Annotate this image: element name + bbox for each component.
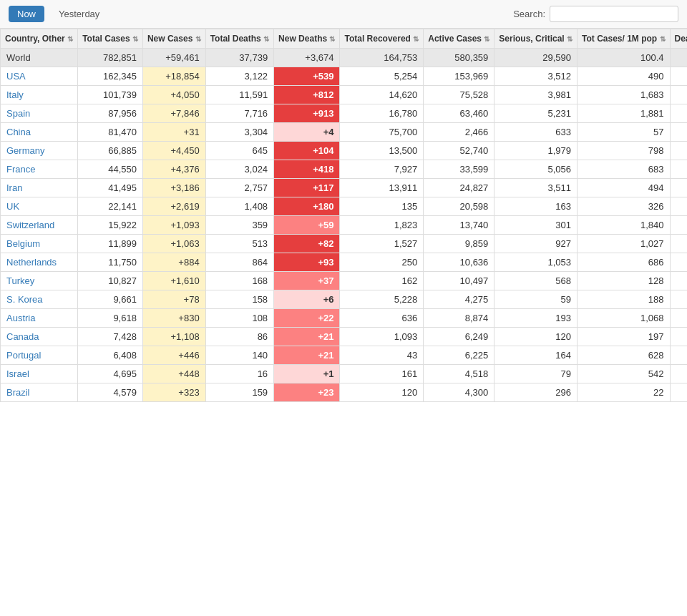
- total-cases-cell: 44,550: [78, 160, 143, 179]
- tot-cases-1m-cell: 628: [578, 346, 670, 365]
- country-link[interactable]: Italy: [6, 89, 24, 100]
- new-cases-cell: +1,093: [142, 216, 205, 235]
- country-cell: S. Korea: [1, 290, 78, 309]
- table-row: USA 162,345 +18,854 3,122 +539 5,254 153…: [1, 67, 688, 86]
- total-recovered-cell: 13,500: [340, 142, 424, 160]
- country-link[interactable]: Austria: [6, 313, 35, 323]
- header-active-cases[interactable]: Active Cases ⇅: [424, 29, 494, 49]
- total-deaths-cell: 11,591: [205, 86, 273, 104]
- new-cases-cell: +7,846: [142, 104, 205, 123]
- total-recovered-cell: 16,780: [340, 104, 424, 123]
- total-recovered-cell: 162: [340, 272, 424, 290]
- country-link[interactable]: Iran: [6, 182, 22, 193]
- country-cell: Spain: [1, 104, 78, 123]
- deaths-1m-cell: 9: [670, 67, 687, 86]
- total-deaths-cell: 140: [205, 346, 273, 365]
- total-recovered-cell: 13,911: [340, 179, 424, 197]
- new-deaths-cell: +37: [274, 272, 340, 290]
- total-recovered-cell: 1,093: [340, 328, 424, 346]
- now-button[interactable]: Now: [9, 6, 44, 22]
- country-cell: Portugal: [1, 346, 78, 365]
- country-link[interactable]: France: [6, 164, 35, 175]
- covid-table: Country, Other ⇅ Total Cases ⇅ New Cases…: [0, 29, 687, 402]
- tot-cases-1m-cell: 1,840: [578, 216, 670, 235]
- country-cell: France: [1, 160, 78, 179]
- header-serious-critical[interactable]: Serious, Critical ⇅: [494, 29, 578, 49]
- country-link[interactable]: Belgium: [6, 238, 40, 249]
- country-link[interactable]: Portugal: [6, 350, 41, 361]
- deaths-1m-cell: 8: [670, 142, 687, 160]
- header-total-recovered[interactable]: Total Recovered ⇅: [340, 29, 424, 49]
- total-recovered-cell: 5,228: [340, 290, 424, 309]
- tot-cases-1m-cell: 798: [578, 142, 670, 160]
- country-link[interactable]: Brazil: [6, 387, 30, 398]
- total-deaths-cell: 1,408: [205, 197, 273, 216]
- total-deaths-cell: 3,304: [205, 123, 273, 142]
- header-total-cases[interactable]: Total Cases ⇅: [78, 29, 143, 49]
- header-new-deaths[interactable]: New Deaths ⇅: [274, 29, 340, 49]
- country-link[interactable]: China: [6, 127, 31, 137]
- country-link[interactable]: Israel: [6, 368, 29, 379]
- country-cell: Brazil: [1, 383, 78, 402]
- header-country[interactable]: Country, Other ⇅: [1, 29, 78, 49]
- search-label: Search:: [513, 9, 545, 19]
- country-cell: Israel: [1, 365, 78, 383]
- table-row: UK 22,141 +2,619 1,408 +180 135 20,598 1…: [1, 197, 688, 216]
- active-cases-cell: 63,460: [424, 104, 494, 123]
- world-new-cases: +59,461: [142, 49, 205, 67]
- country-link[interactable]: Switzerland: [6, 220, 54, 230]
- country-link[interactable]: Canada: [6, 331, 39, 342]
- active-cases-cell: 33,599: [424, 160, 494, 179]
- table-row: Netherlands 11,750 +884 864 +93 250 10,6…: [1, 253, 688, 272]
- country-link[interactable]: Turkey: [6, 275, 34, 286]
- deaths-1m-cell: 21: [670, 197, 687, 216]
- total-deaths-cell: 168: [205, 272, 273, 290]
- new-deaths-cell: +93: [274, 253, 340, 272]
- deaths-1m-cell: 3: [670, 290, 687, 309]
- world-serious-critical: 29,590: [494, 49, 578, 67]
- country-link[interactable]: Netherlands: [6, 257, 57, 268]
- country-cell: Netherlands: [1, 253, 78, 272]
- serious-critical-cell: 3,511: [494, 179, 578, 197]
- header-new-cases[interactable]: New Cases ⇅: [142, 29, 205, 49]
- yesterday-button[interactable]: Yesterday: [50, 6, 108, 22]
- new-deaths-cell: +1: [274, 365, 340, 383]
- total-deaths-cell: 7,716: [205, 104, 273, 123]
- country-link[interactable]: USA: [6, 71, 26, 82]
- total-recovered-cell: 14,620: [340, 86, 424, 104]
- total-deaths-cell: 864: [205, 253, 273, 272]
- search-input[interactable]: [550, 6, 678, 22]
- country-link[interactable]: S. Korea: [6, 294, 43, 305]
- active-cases-cell: 20,598: [424, 197, 494, 216]
- deaths-1m-cell: 41: [670, 216, 687, 235]
- country-link[interactable]: Germany: [6, 145, 44, 156]
- world-active-cases: 580,359: [424, 49, 494, 67]
- table-row: China 81,470 +31 3,304 +4 75,700 2,466 6…: [1, 123, 688, 142]
- header-deaths-1m[interactable]: Deaths/ 1M pop ⇅: [670, 29, 687, 49]
- header-total-deaths[interactable]: Total Deaths ⇅: [205, 29, 273, 49]
- total-cases-cell: 162,345: [78, 67, 143, 86]
- table-row: Brazil 4,579 +323 159 +23 120 4,300 296 …: [1, 383, 688, 402]
- total-deaths-cell: 359: [205, 216, 273, 235]
- country-link[interactable]: UK: [6, 201, 19, 212]
- world-new-deaths: +3,674: [274, 49, 340, 67]
- header-tot-cases-1m[interactable]: Tot Cases/ 1M pop ⇅: [578, 29, 670, 49]
- tot-cases-1m-cell: 57: [578, 123, 670, 142]
- country-link[interactable]: Spain: [6, 108, 30, 119]
- total-deaths-cell: 645: [205, 142, 273, 160]
- new-cases-cell: +884: [142, 253, 205, 272]
- serious-critical-cell: 5,056: [494, 160, 578, 179]
- total-deaths-cell: 3,122: [205, 67, 273, 86]
- tot-cases-1m-cell: 1,027: [578, 235, 670, 253]
- world-total-recovered: 164,753: [340, 49, 424, 67]
- deaths-1m-cell: 165: [670, 104, 687, 123]
- deaths-1m-cell: 14: [670, 346, 687, 365]
- deaths-1m-cell: 192: [670, 86, 687, 104]
- new-deaths-cell: +117: [274, 179, 340, 197]
- tot-cases-1m-cell: 683: [578, 160, 670, 179]
- new-cases-cell: +1,108: [142, 328, 205, 346]
- world-country: World: [1, 49, 78, 67]
- new-deaths-cell: +180: [274, 197, 340, 216]
- tot-cases-1m-cell: 22: [578, 383, 670, 402]
- new-cases-cell: +448: [142, 365, 205, 383]
